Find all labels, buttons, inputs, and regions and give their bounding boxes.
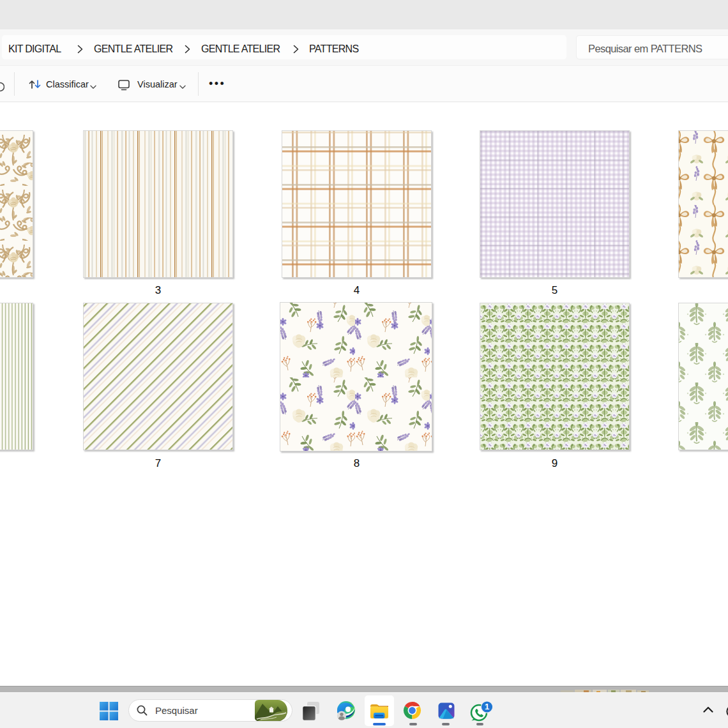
svg-text:1: 1 (485, 702, 489, 711)
